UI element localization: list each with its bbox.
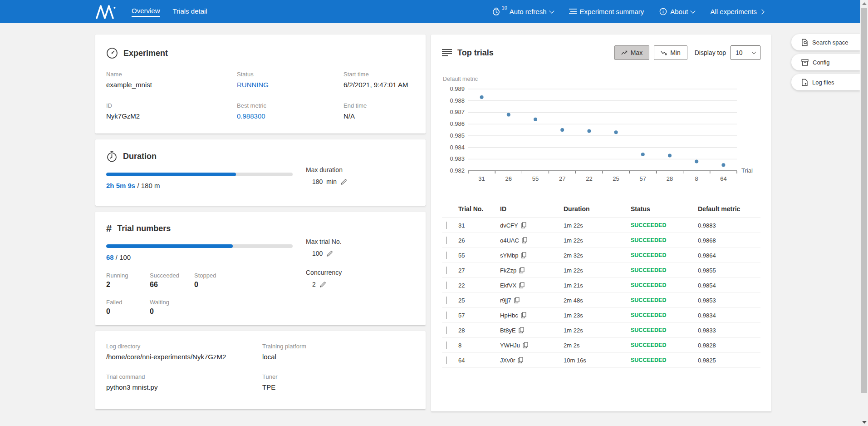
experiment-status-value: RUNNING	[237, 81, 343, 89]
auto-refresh-label: Auto refresh	[510, 8, 547, 15]
log-files-button[interactable]: Log files	[791, 74, 860, 90]
nni-logo	[95, 4, 116, 20]
min-toggle-button[interactable]: Min	[654, 45, 687, 60]
top-trials-title: Top trials	[457, 48, 494, 58]
table-row: 64JXv0r10m 16sSUCCEEDED0.9825	[442, 353, 760, 368]
experiment-id-value: Nyk7GzM2	[106, 112, 237, 120]
expand-row-icon[interactable]	[446, 357, 447, 364]
scrollbar-up-arrow[interactable]	[862, 2, 867, 5]
all-experiments-link[interactable]: All experiments	[710, 8, 764, 15]
stat-value-running: 2	[106, 281, 150, 289]
trial-command-value: python3 mnist.py	[106, 383, 262, 391]
table-row: 31dvCFY1m 22sSUCCEEDED0.9883	[442, 218, 760, 233]
duration-card-title: Duration	[123, 152, 157, 161]
cell-trial-id: EkfVX	[500, 282, 516, 289]
copy-id-icon[interactable]	[519, 282, 525, 288]
max-toggle-button[interactable]: Max	[614, 45, 649, 60]
cell-trial-no: 28	[458, 327, 500, 334]
copy-id-icon[interactable]	[518, 357, 523, 363]
stat-label-failed: Failed	[106, 299, 150, 306]
cell-status: SUCCEEDED	[631, 327, 698, 333]
expand-row-icon[interactable]	[446, 237, 447, 244]
field-label: Start time	[343, 71, 415, 78]
min-button-label: Min	[670, 49, 681, 56]
svg-text:0.988: 0.988	[450, 97, 465, 104]
stat-label-succeeded: Succeeded	[150, 272, 194, 279]
copy-id-icon[interactable]	[514, 297, 520, 303]
cell-trial-id: JXv0r	[500, 357, 515, 364]
cell-default-metric: 0.9825	[698, 357, 760, 364]
cell-trial-id: dvCFY	[500, 222, 518, 229]
expand-row-icon[interactable]	[446, 222, 447, 229]
expand-row-icon[interactable]	[446, 282, 447, 289]
col-header-default-metric: Default metric	[698, 205, 760, 213]
svg-text:26: 26	[505, 175, 512, 182]
cell-status: SUCCEEDED	[631, 297, 698, 303]
expand-row-icon[interactable]	[446, 252, 447, 259]
edit-max-duration-icon[interactable]	[340, 178, 347, 185]
cell-duration: 2m 32s	[564, 252, 631, 259]
info-icon	[659, 8, 667, 15]
copy-id-icon[interactable]	[523, 342, 528, 348]
search-space-button[interactable]: Search space	[791, 34, 860, 50]
config-label: Config	[813, 59, 830, 66]
nav-tab-trials-detail[interactable]: Trials detail	[173, 7, 207, 16]
table-row: 57HpHbc1m 23sSUCCEEDED0.9834	[442, 308, 760, 323]
svg-text:22: 22	[586, 175, 592, 182]
cell-trial-no: 27	[458, 267, 500, 274]
edit-max-trial-icon[interactable]	[326, 250, 333, 257]
auto-refresh-menu[interactable]: 10 Auto refresh	[492, 7, 554, 16]
scrollbar-down-arrow[interactable]	[862, 421, 867, 424]
copy-id-icon[interactable]	[519, 267, 525, 273]
config-button[interactable]: Config	[791, 54, 860, 70]
log-directory-label: Log directory	[106, 343, 262, 350]
cell-duration: 2m 2s	[564, 342, 631, 349]
svg-text:0.984: 0.984	[450, 144, 465, 151]
trials-progress-fill	[106, 244, 233, 248]
cell-trial-no: 64	[458, 357, 500, 364]
cell-trial-no: 22	[458, 282, 500, 289]
copy-id-icon[interactable]	[522, 237, 527, 243]
copy-id-icon[interactable]	[521, 252, 526, 258]
cell-default-metric: 0.9864	[698, 252, 760, 259]
cell-duration: 1m 22s	[564, 267, 631, 274]
start-time-value: 6/2/2021, 9:47:01 AM	[343, 81, 415, 89]
page-scrollbar[interactable]	[860, 0, 868, 426]
chevron-down-icon	[752, 50, 756, 54]
max-duration-unit: min	[326, 178, 337, 185]
edit-concurrency-icon[interactable]	[319, 281, 326, 288]
nav-tab-overview[interactable]: Overview	[132, 7, 160, 17]
trend-down-icon	[661, 50, 667, 55]
search-space-icon	[801, 39, 808, 46]
copy-id-icon[interactable]	[521, 312, 526, 318]
expand-row-icon[interactable]	[446, 327, 447, 334]
duration-total: / 180 m	[135, 182, 160, 189]
table-row: 27FkZzp1m 22sSUCCEEDED0.9855	[442, 263, 760, 278]
scrollbar-thumb[interactable]	[861, 8, 867, 393]
top-navbar: Overview Trials detail 10 Auto refresh E…	[0, 0, 868, 23]
table-row: 8YWHJu2m 2sSUCCEEDED0.9828	[442, 338, 760, 353]
copy-id-icon[interactable]	[521, 222, 526, 228]
cell-duration: 2m 48s	[564, 297, 631, 304]
expand-row-icon[interactable]	[446, 297, 447, 304]
experiment-summary-button[interactable]: Experiment summary	[569, 8, 644, 15]
about-menu[interactable]: About	[659, 8, 695, 15]
copy-id-icon[interactable]	[519, 327, 524, 333]
cell-trial-no: 57	[458, 312, 500, 319]
expand-row-icon[interactable]	[446, 267, 447, 274]
display-top-label: Display top	[695, 49, 726, 56]
cell-duration: 1m 22s	[564, 237, 631, 244]
cell-trial-id: Bt8yE	[500, 327, 516, 334]
cell-trial-id: FkZzp	[500, 267, 516, 274]
expand-row-icon[interactable]	[446, 342, 447, 349]
svg-text:0.982: 0.982	[450, 167, 465, 174]
table-row: 26o4UAC1m 22sSUCCEEDED0.9868	[442, 233, 760, 248]
duration-progress-text: 2h 5m 9s / 180 m	[106, 182, 293, 189]
expand-row-icon[interactable]	[446, 312, 447, 319]
table-row: 22EkfVX1m 21sSUCCEEDED0.9854	[442, 278, 760, 293]
col-header-id: ID	[500, 205, 564, 213]
duration-progress-bar	[106, 173, 293, 176]
svg-text:64: 64	[720, 175, 726, 182]
display-top-select[interactable]: 10	[731, 45, 760, 60]
max-button-label: Max	[631, 49, 642, 56]
